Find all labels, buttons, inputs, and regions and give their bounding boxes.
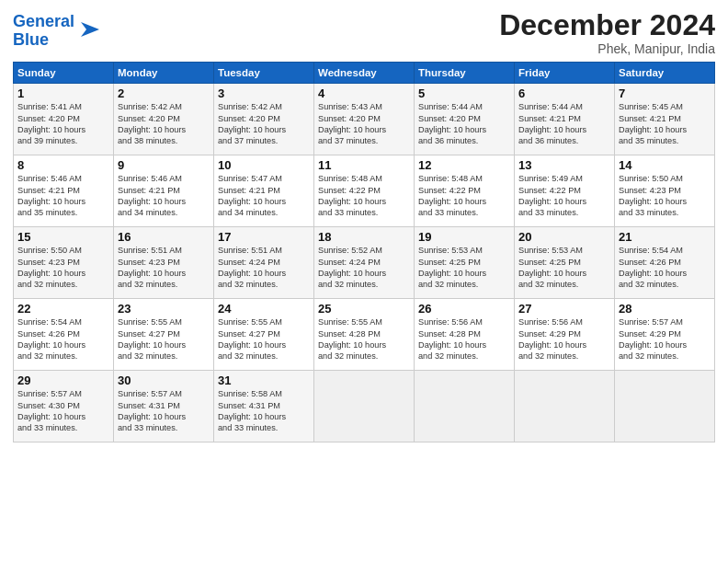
calendar-cell: 14Sunrise: 5:50 AM Sunset: 4:23 PM Dayli… [615,155,715,227]
day-number: 29 [17,373,109,387]
svg-marker-0 [81,22,99,37]
calendar-week-row: 22Sunrise: 5:54 AM Sunset: 4:26 PM Dayli… [14,299,715,371]
day-number: 11 [318,158,410,172]
weekday-header-sunday: Sunday [14,63,114,84]
cell-content: Sunrise: 5:58 AM Sunset: 4:31 PM Dayligh… [218,388,310,434]
calendar-cell: 1Sunrise: 5:41 AM Sunset: 4:20 PM Daylig… [14,84,114,155]
calendar-cell: 13Sunrise: 5:49 AM Sunset: 4:22 PM Dayli… [515,155,615,227]
calendar-header: SundayMondayTuesdayWednesdayThursdayFrid… [14,63,715,84]
day-number: 7 [619,86,711,100]
day-number: 12 [418,158,510,172]
calendar-week-row: 15Sunrise: 5:50 AM Sunset: 4:23 PM Dayli… [14,227,715,299]
calendar-cell [615,371,715,442]
calendar-cell: 10Sunrise: 5:47 AM Sunset: 4:21 PM Dayli… [214,155,314,227]
day-number: 19 [418,230,510,244]
logo-icon [77,17,103,42]
cell-content: Sunrise: 5:43 AM Sunset: 4:20 PM Dayligh… [318,101,410,147]
cell-content: Sunrise: 5:57 AM Sunset: 4:30 PM Dayligh… [17,388,109,434]
cell-content: Sunrise: 5:57 AM Sunset: 4:31 PM Dayligh… [118,388,210,434]
day-number: 15 [17,230,109,244]
calendar-cell: 29Sunrise: 5:57 AM Sunset: 4:30 PM Dayli… [14,371,114,442]
weekday-header-saturday: Saturday [615,63,715,84]
day-number: 26 [418,302,510,316]
calendar-cell: 17Sunrise: 5:51 AM Sunset: 4:24 PM Dayli… [214,227,314,299]
day-number: 22 [17,302,109,316]
calendar-body: 1Sunrise: 5:41 AM Sunset: 4:20 PM Daylig… [14,84,715,442]
day-number: 31 [218,373,310,387]
cell-content: Sunrise: 5:50 AM Sunset: 4:23 PM Dayligh… [619,173,711,219]
day-number: 18 [318,230,410,244]
day-number: 25 [318,302,410,316]
calendar-table: SundayMondayTuesdayWednesdayThursdayFrid… [13,62,715,442]
calendar-cell: 7Sunrise: 5:45 AM Sunset: 4:21 PM Daylig… [615,84,715,155]
calendar-cell: 23Sunrise: 5:55 AM Sunset: 4:27 PM Dayli… [114,299,214,371]
cell-content: Sunrise: 5:48 AM Sunset: 4:22 PM Dayligh… [318,173,410,219]
day-number: 23 [118,302,210,316]
weekday-header-thursday: Thursday [415,63,515,84]
cell-content: Sunrise: 5:51 AM Sunset: 4:23 PM Dayligh… [118,245,210,291]
cell-content: Sunrise: 5:53 AM Sunset: 4:25 PM Dayligh… [418,245,510,291]
calendar-cell: 26Sunrise: 5:56 AM Sunset: 4:28 PM Dayli… [415,299,515,371]
calendar-cell: 5Sunrise: 5:44 AM Sunset: 4:20 PM Daylig… [415,84,515,155]
day-number: 24 [218,302,310,316]
calendar-cell: 2Sunrise: 5:42 AM Sunset: 4:20 PM Daylig… [114,84,214,155]
weekday-header-friday: Friday [515,63,615,84]
cell-content: Sunrise: 5:46 AM Sunset: 4:21 PM Dayligh… [118,173,210,219]
calendar-cell: 27Sunrise: 5:56 AM Sunset: 4:29 PM Dayli… [515,299,615,371]
cell-content: Sunrise: 5:51 AM Sunset: 4:24 PM Dayligh… [218,245,310,291]
calendar-week-row: 1Sunrise: 5:41 AM Sunset: 4:20 PM Daylig… [14,84,715,155]
cell-content: Sunrise: 5:54 AM Sunset: 4:26 PM Dayligh… [17,316,109,362]
day-number: 27 [518,302,610,316]
cell-content: Sunrise: 5:41 AM Sunset: 4:20 PM Dayligh… [17,101,109,147]
logo-text: General [13,13,74,31]
title-block: December 2024 Phek, Manipur, India [499,9,715,56]
day-number: 5 [418,86,510,100]
cell-content: Sunrise: 5:55 AM Sunset: 4:28 PM Dayligh… [318,316,410,362]
day-number: 10 [218,158,310,172]
subtitle: Phek, Manipur, India [499,41,715,56]
cell-content: Sunrise: 5:45 AM Sunset: 4:21 PM Dayligh… [619,101,711,147]
cell-content: Sunrise: 5:56 AM Sunset: 4:29 PM Dayligh… [518,316,610,362]
day-number: 30 [118,373,210,387]
cell-content: Sunrise: 5:44 AM Sunset: 4:21 PM Dayligh… [518,101,610,147]
weekday-header-row: SundayMondayTuesdayWednesdayThursdayFrid… [14,63,715,84]
calendar-cell: 12Sunrise: 5:48 AM Sunset: 4:22 PM Dayli… [415,155,515,227]
logo-text2: Blue [13,31,74,50]
header: General Blue December 2024 Phek, Manipur… [13,9,715,56]
calendar-container: General Blue December 2024 Phek, Manipur… [0,0,728,452]
calendar-cell: 21Sunrise: 5:54 AM Sunset: 4:26 PM Dayli… [615,227,715,299]
calendar-cell: 3Sunrise: 5:42 AM Sunset: 4:20 PM Daylig… [214,84,314,155]
calendar-week-row: 29Sunrise: 5:57 AM Sunset: 4:30 PM Dayli… [14,371,715,442]
calendar-cell: 9Sunrise: 5:46 AM Sunset: 4:21 PM Daylig… [114,155,214,227]
calendar-cell [515,371,615,442]
cell-content: Sunrise: 5:46 AM Sunset: 4:21 PM Dayligh… [17,173,109,219]
cell-content: Sunrise: 5:57 AM Sunset: 4:29 PM Dayligh… [619,316,711,362]
day-number: 3 [218,86,310,100]
logo: General Blue [13,13,103,50]
day-number: 2 [118,86,210,100]
calendar-cell: 16Sunrise: 5:51 AM Sunset: 4:23 PM Dayli… [114,227,214,299]
cell-content: Sunrise: 5:47 AM Sunset: 4:21 PM Dayligh… [218,173,310,219]
weekday-header-monday: Monday [114,63,214,84]
cell-content: Sunrise: 5:52 AM Sunset: 4:24 PM Dayligh… [318,245,410,291]
day-number: 14 [619,158,711,172]
day-number: 16 [118,230,210,244]
cell-content: Sunrise: 5:42 AM Sunset: 4:20 PM Dayligh… [218,101,310,147]
calendar-cell: 4Sunrise: 5:43 AM Sunset: 4:20 PM Daylig… [314,84,415,155]
calendar-cell: 22Sunrise: 5:54 AM Sunset: 4:26 PM Dayli… [14,299,114,371]
calendar-cell: 30Sunrise: 5:57 AM Sunset: 4:31 PM Dayli… [114,371,214,442]
cell-content: Sunrise: 5:42 AM Sunset: 4:20 PM Dayligh… [118,101,210,147]
cell-content: Sunrise: 5:56 AM Sunset: 4:28 PM Dayligh… [418,316,510,362]
day-number: 21 [619,230,711,244]
calendar-cell [314,371,415,442]
day-number: 1 [17,86,109,100]
cell-content: Sunrise: 5:54 AM Sunset: 4:26 PM Dayligh… [619,245,711,291]
day-number: 9 [118,158,210,172]
calendar-cell [415,371,515,442]
day-number: 17 [218,230,310,244]
calendar-cell: 11Sunrise: 5:48 AM Sunset: 4:22 PM Dayli… [314,155,415,227]
calendar-cell: 6Sunrise: 5:44 AM Sunset: 4:21 PM Daylig… [515,84,615,155]
calendar-cell: 28Sunrise: 5:57 AM Sunset: 4:29 PM Dayli… [615,299,715,371]
cell-content: Sunrise: 5:44 AM Sunset: 4:20 PM Dayligh… [418,101,510,147]
weekday-header-tuesday: Tuesday [214,63,314,84]
